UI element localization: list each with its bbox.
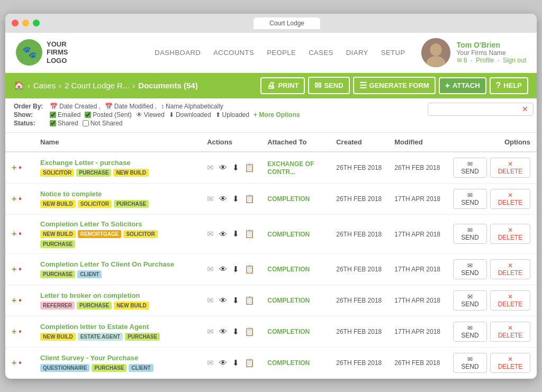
doc-name[interactable]: Client Survey - Your Purchase [40,354,194,362]
download-action-icon[interactable]: ⬇ [232,163,239,172]
expand-icon[interactable]: + [12,229,16,239]
row-send-button[interactable]: ✉ SEND [453,158,487,178]
order-date-created[interactable]: 📅 Date Created, [50,103,101,110]
email-action-icon[interactable]: ✉ [207,296,214,305]
dot-icon[interactable]: • [19,163,22,172]
show-more-options[interactable]: + More Options [254,111,300,118]
breadcrumb-cases[interactable]: Cases [33,81,56,90]
nav-accounts[interactable]: ACCOUNTS [213,49,254,57]
doc-name[interactable]: Exchange Letter - purchase [40,159,194,167]
dot-icon[interactable]: • [19,358,22,368]
show-uploaded[interactable]: ⬆ Uploaded [215,111,249,118]
dot-icon[interactable]: • [19,194,22,204]
doc-name[interactable]: Letter to broker on completion [40,291,194,299]
attached-link[interactable]: COMPLETION [267,195,310,203]
download-action-icon[interactable]: ⬇ [232,265,239,274]
home-icon[interactable]: 🏠 [14,80,24,90]
copy-action-icon[interactable]: 📋 [245,194,255,204]
row-send-button[interactable]: ✉ SEND [453,189,487,209]
generate-button[interactable]: ☰ GENERATE FORM [353,77,436,94]
view-action-icon[interactable]: 👁 [219,265,227,274]
row-delete-button[interactable]: ✕ DELETE [490,353,530,373]
doc-name[interactable]: Completion Letter To Solicitors [40,220,194,228]
email-action-icon[interactable]: ✉ [207,229,214,239]
expand-icon[interactable]: + [12,327,16,336]
attached-link[interactable]: COMPLETION [267,231,310,238]
doc-name[interactable]: Notice to complete [40,190,194,198]
view-action-icon[interactable]: 👁 [219,327,227,336]
nav-setup[interactable]: SETUP [381,49,405,57]
dot-icon[interactable]: • [19,265,22,274]
show-emailed[interactable]: Emailed [50,111,80,118]
expand-icon[interactable]: + [12,194,16,204]
row-delete-button[interactable]: ✕ DELETE [490,259,530,279]
dot-icon[interactable]: • [19,229,22,239]
copy-action-icon[interactable]: 📋 [245,358,255,368]
search-clear-icon[interactable]: ✕ [522,105,528,113]
status-shared[interactable]: Shared [50,120,78,127]
breadcrumb-address[interactable]: 2 Court Lodge R... [65,81,130,90]
expand-icon[interactable]: + [12,358,16,368]
close-btn[interactable] [12,20,19,26]
help-button[interactable]: ? HELP [490,77,528,94]
order-name-alpha[interactable]: ↕ Name Alphabetically [161,103,223,110]
view-action-icon[interactable]: 👁 [219,296,227,305]
email-action-icon[interactable]: ✉ [207,265,214,274]
doc-name[interactable]: Completion letter to Estate Agent [40,323,194,331]
download-action-icon[interactable]: ⬇ [232,327,239,336]
download-action-icon[interactable]: ⬇ [232,358,239,368]
expand-icon[interactable]: + [12,265,16,274]
attached-link[interactable]: COMPLETION [267,266,310,273]
status-not-shared[interactable]: Not Shared [83,120,123,127]
row-send-button[interactable]: ✉ SEND [453,259,487,279]
attached-link[interactable]: EXCHANGE OF CONTR... [267,160,314,176]
attached-link[interactable]: COMPLETION [267,297,310,304]
copy-action-icon[interactable]: 📋 [245,229,255,239]
order-date-modified[interactable]: 📅 Date Modified, [105,103,157,110]
copy-action-icon[interactable]: 📋 [245,265,255,274]
email-action-icon[interactable]: ✉ [207,358,214,368]
view-action-icon[interactable]: 👁 [219,163,227,172]
view-action-icon[interactable]: 👁 [219,230,227,239]
nav-cases[interactable]: CASES [309,49,333,57]
row-delete-button[interactable]: ✕ DELETE [490,322,530,342]
download-action-icon[interactable]: ⬇ [232,194,239,204]
email-action-icon[interactable]: ✉ [207,194,214,204]
row-delete-button[interactable]: ✕ DELETE [490,189,530,209]
copy-action-icon[interactable]: 📋 [245,327,255,336]
download-action-icon[interactable]: ⬇ [232,229,239,239]
row-send-button[interactable]: ✉ SEND [453,322,487,342]
minimize-btn[interactable] [22,20,29,26]
attached-link[interactable]: COMPLETION [267,328,310,335]
attached-link[interactable]: COMPLETION [267,359,310,367]
signout-link[interactable]: Sign out [503,57,526,64]
download-action-icon[interactable]: ⬇ [232,296,239,305]
dot-icon[interactable]: • [19,327,22,336]
show-downloaded[interactable]: ⬇ Downloaded [169,111,211,118]
expand-icon[interactable]: + [12,296,16,305]
row-send-button[interactable]: ✉ SEND [453,353,487,373]
maximize-btn[interactable] [33,20,40,26]
search-input[interactable] [428,103,534,116]
dot-icon[interactable]: • [19,296,22,305]
view-action-icon[interactable]: 👁 [219,358,227,367]
print-button[interactable]: 🖨 PRINT [260,77,305,94]
row-delete-button[interactable]: ✕ DELETE [490,290,530,311]
email-action-icon[interactable]: ✉ [207,163,214,172]
row-send-button[interactable]: ✉ SEND [453,290,487,311]
show-viewed[interactable]: 👁 Viewed [136,111,165,118]
copy-action-icon[interactable]: 📋 [245,163,255,172]
nav-dashboard[interactable]: DASHBOARD [155,49,201,57]
row-send-button[interactable]: ✉ SEND [453,224,487,244]
row-delete-button[interactable]: ✕ DELETE [490,158,530,178]
show-posted[interactable]: Posted (Sent) [85,111,131,118]
nav-people[interactable]: PEOPLE [267,49,296,57]
row-delete-button[interactable]: ✕ DELETE [490,224,530,244]
attach-button[interactable]: + ATTACH [439,77,486,94]
view-action-icon[interactable]: 👁 [219,194,227,203]
profile-link[interactable]: Profile [476,57,494,64]
send-button[interactable]: ✉ SEND [308,77,349,94]
nav-diary[interactable]: DIARY [346,49,368,57]
doc-name[interactable]: Completion Letter To Client On Purchase [40,260,194,268]
copy-action-icon[interactable]: 📋 [245,296,255,305]
